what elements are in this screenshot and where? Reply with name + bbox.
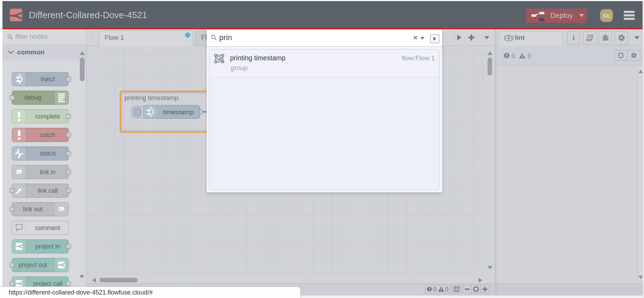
- svg-text:printing timestamp: printing timestamp: [124, 94, 178, 101]
- svg-text:project call: project call: [33, 280, 62, 286]
- svg-text:link out: link out: [23, 206, 43, 213]
- svg-text:complete: complete: [35, 113, 60, 120]
- svg-text:project out: project out: [18, 261, 47, 268]
- svg-text:0: 0: [445, 286, 449, 293]
- svg-text:status: status: [40, 150, 56, 157]
- svg-text:debug: debug: [24, 94, 41, 101]
- svg-text:0: 0: [433, 286, 436, 293]
- svg-text:0: 0: [512, 53, 515, 59]
- svg-text:link in: link in: [40, 169, 56, 176]
- svg-text:timestamp: timestamp: [163, 108, 194, 116]
- svg-text:comment: comment: [35, 224, 60, 231]
- svg-text:0: 0: [528, 53, 531, 59]
- svg-text:inject: inject: [41, 76, 55, 83]
- svg-text:catch: catch: [40, 131, 55, 138]
- svg-text:project in: project in: [35, 243, 60, 250]
- svg-text:link call: link call: [38, 187, 58, 194]
